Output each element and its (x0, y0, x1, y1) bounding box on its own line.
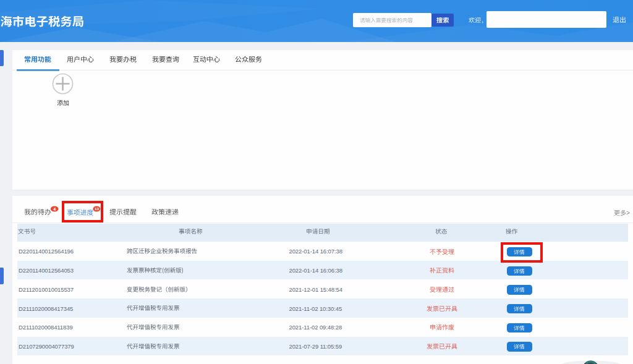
svg-text:4: 4 (53, 206, 56, 211)
